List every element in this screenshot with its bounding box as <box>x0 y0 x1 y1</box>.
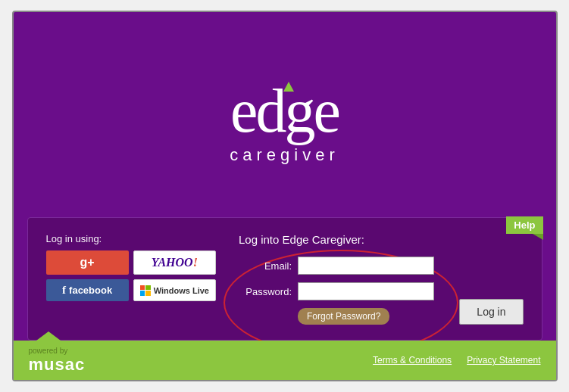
footer-links: Terms & Conditions Privacy Statement <box>373 355 540 366</box>
google-plus-icon: g+ <box>80 256 95 269</box>
logo-area: edge caregiver <box>230 12 339 217</box>
powered-by-section: powered by musac <box>29 347 86 375</box>
email-label: Email: <box>239 260 292 272</box>
musac-brand: musac <box>29 355 86 375</box>
windows-live-login-button[interactable]: Windows Live <box>133 279 216 301</box>
social-login-section: Log in using: g+ YAHOO! f facebook <box>46 233 217 301</box>
password-label: Password: <box>239 286 292 297</box>
social-login-label: Log in using: <box>46 233 217 244</box>
login-box: Help Log in using: g+ YAHOO! f facebook <box>27 217 542 341</box>
footer: powered by musac Terms & Conditions Priv… <box>14 341 556 380</box>
app-subtitle: caregiver <box>230 145 339 165</box>
powered-by-label: powered by <box>29 347 86 355</box>
login-form-section: Log into Edge Caregiver: Email: Password… <box>239 233 524 325</box>
help-button[interactable]: Help <box>506 216 542 234</box>
windows-label: Windows Live <box>154 286 209 295</box>
privacy-link[interactable]: Privacy Statement <box>467 355 540 366</box>
terms-link[interactable]: Terms & Conditions <box>373 355 452 366</box>
password-input[interactable] <box>298 282 434 300</box>
app-logo: edge <box>230 80 339 142</box>
login-button[interactable]: Log in <box>459 299 523 325</box>
email-row: Email: <box>239 257 524 275</box>
form-title: Log into Edge Caregiver: <box>239 233 524 246</box>
google-login-button[interactable]: g+ <box>46 250 129 275</box>
windows-icon <box>140 285 151 296</box>
facebook-login-button[interactable]: f facebook <box>46 279 129 301</box>
email-input[interactable] <box>298 257 434 275</box>
logo-container: edge <box>230 80 339 142</box>
password-row: Password: <box>239 282 524 300</box>
facebook-icon: f <box>62 284 66 297</box>
facebook-label: facebook <box>69 285 112 296</box>
forgot-password-button[interactable]: Forgot Password? <box>298 308 389 325</box>
yahoo-login-button[interactable]: YAHOO! <box>133 250 216 275</box>
social-buttons-grid: g+ YAHOO! f facebook Windows Live <box>46 250 217 301</box>
main-window: edge caregiver Help Log in using: g+ YAH… <box>12 11 558 381</box>
yahoo-label: YAHOO! <box>152 256 198 269</box>
